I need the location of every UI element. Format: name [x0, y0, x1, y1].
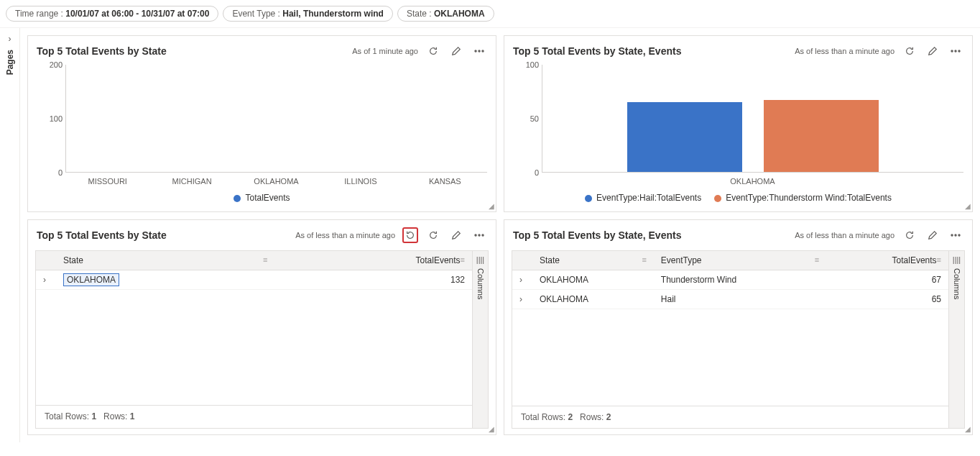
svg-point-10	[955, 234, 956, 236]
xlabel: MICHIGAN	[149, 173, 234, 186]
cell-eventtype[interactable]: Thunderstorm Wind	[654, 270, 826, 290]
panel-title: Top 5 Total Events by State, Events	[513, 229, 795, 241]
legend-swatch-icon	[714, 195, 721, 202]
col-expand	[36, 251, 56, 270]
svg-point-8	[482, 234, 484, 236]
column-menu-icon[interactable]: ≡	[263, 255, 267, 264]
resize-handle-icon[interactable]: ◢	[965, 202, 971, 210]
refresh-icon[interactable]	[902, 227, 917, 243]
svg-point-11	[958, 234, 960, 236]
more-icon[interactable]	[948, 227, 963, 243]
edit-icon[interactable]	[448, 227, 464, 243]
col-eventtype[interactable]: EventType≡	[654, 251, 826, 270]
svg-point-6	[475, 234, 476, 236]
pages-sidebar[interactable]: › Pages	[0, 28, 20, 442]
filter-state[interactable]: State : OKLAHOMA	[397, 6, 494, 22]
ytick: 50	[513, 114, 539, 123]
svg-point-3	[951, 50, 953, 52]
footer-label: Total Rows:	[45, 411, 89, 421]
column-menu-icon[interactable]: ≡	[461, 255, 465, 264]
col-label: State	[63, 255, 83, 265]
ytick: 100	[513, 60, 539, 69]
col-totalevents[interactable]: TotalEvents ≡	[274, 251, 472, 270]
svg-point-1	[479, 50, 480, 52]
cell-state[interactable]: OKLAHOMA	[56, 270, 274, 290]
chevron-right-icon[interactable]: ›	[9, 34, 11, 44]
more-icon[interactable]	[471, 43, 487, 59]
filter-label: State :	[407, 9, 434, 19]
data-table: State≡ TotalEvents ≡ ›OKLAHOMA132	[36, 251, 472, 290]
legend-swatch-icon	[234, 195, 241, 202]
column-menu-icon[interactable]: ≡	[642, 255, 646, 264]
cell-total[interactable]: 67	[826, 270, 948, 290]
undo-icon[interactable]	[402, 227, 418, 243]
asof-text: As of less than a minute ago	[295, 231, 395, 240]
filter-value: 10/01/07 at 06:00 - 10/31/07 at 07:00	[65, 9, 209, 19]
edit-icon[interactable]	[925, 227, 940, 243]
footer-value: 1	[130, 411, 135, 421]
column-menu-icon[interactable]: ≡	[937, 255, 941, 264]
col-totalevents[interactable]: TotalEvents ≡	[826, 251, 948, 270]
legend-swatch-icon	[585, 195, 592, 202]
edit-icon[interactable]	[925, 43, 940, 59]
more-icon[interactable]	[948, 43, 963, 59]
footer-value: 2	[568, 412, 573, 422]
cell-total[interactable]: 65	[826, 290, 948, 309]
ytick: 100	[37, 114, 63, 123]
columns-toggle[interactable]: |||| Columns	[948, 251, 964, 428]
bar[interactable]	[627, 102, 742, 172]
footer-label: Total Rows:	[521, 412, 565, 422]
cell-eventtype[interactable]: Hail	[654, 290, 826, 309]
cell-state[interactable]: OKLAHOMA	[532, 290, 654, 309]
panel-table-state-events: Top 5 Total Events by State, Events As o…	[504, 219, 973, 435]
pages-label: Pages	[5, 50, 15, 75]
filter-bar: Time range : 10/01/07 at 06:00 - 10/31/0…	[0, 0, 980, 28]
xlabel: OKLAHOMA	[234, 173, 318, 186]
expand-icon[interactable]: ›	[36, 270, 56, 290]
table-row[interactable]: ›OKLAHOMAHail65	[512, 290, 948, 309]
col-state[interactable]: State≡	[56, 251, 274, 270]
svg-point-0	[475, 50, 476, 52]
legend-label: EventType:Hail:TotalEvents	[596, 193, 701, 203]
filter-time-range[interactable]: Time range : 10/01/07 at 06:00 - 10/31/0…	[6, 6, 218, 22]
refresh-icon[interactable]	[425, 227, 441, 243]
footer-value: 1	[91, 411, 96, 421]
expand-icon[interactable]: ›	[512, 270, 532, 290]
footer-value: 2	[606, 412, 611, 422]
column-menu-icon[interactable]: ≡	[815, 255, 819, 264]
legend-label: EventType:Thunderstorm Wind:TotalEvents	[726, 193, 892, 203]
footer-label: Rows:	[103, 411, 127, 421]
columns-toggle[interactable]: |||| Columns	[472, 251, 488, 428]
panel-title: Top 5 Total Events by State, Events	[513, 45, 795, 57]
cell-state[interactable]: OKLAHOMA	[532, 270, 654, 290]
resize-handle-icon[interactable]: ◢	[965, 425, 971, 433]
chart-area: 0 50 100 OKLAHOMA EventType:Hail:TotalEv…	[504, 62, 972, 211]
ytick: 0	[513, 168, 539, 177]
col-label: TotalEvents	[892, 255, 937, 265]
xlabel: ILLINOIS	[318, 173, 402, 186]
resize-handle-icon[interactable]: ◢	[489, 425, 494, 433]
expand-icon[interactable]: ›	[512, 290, 532, 309]
table-row[interactable]: ›OKLAHOMA132	[36, 270, 472, 290]
col-label: TotalEvents	[416, 255, 461, 265]
refresh-icon[interactable]	[902, 43, 917, 59]
legend-item: EventType:Thunderstorm Wind:TotalEvents	[714, 193, 892, 203]
resize-handle-icon[interactable]: ◢	[489, 202, 494, 210]
filter-value: OKLAHOMA	[434, 9, 485, 19]
cell-total[interactable]: 132	[274, 270, 472, 290]
xlabel: OKLAHOMA	[542, 173, 963, 186]
col-state[interactable]: State≡	[532, 251, 654, 270]
more-icon[interactable]	[471, 227, 487, 243]
edit-icon[interactable]	[448, 43, 464, 59]
panel-title: Top 5 Total Events by State	[37, 45, 352, 57]
xlabel: KANSAS	[403, 173, 487, 186]
columns-label: Columns	[476, 268, 485, 299]
asof-text: As of 1 minute ago	[352, 47, 418, 55]
bar[interactable]	[764, 100, 879, 172]
legend-label: TotalEvents	[245, 193, 290, 203]
refresh-icon[interactable]	[425, 43, 441, 59]
columns-label: Columns	[953, 268, 961, 299]
panel-table-states: Top 5 Total Events by State As of less t…	[27, 219, 496, 435]
filter-event-type[interactable]: Event Type : Hail, Thunderstorm wind	[223, 6, 393, 22]
table-row[interactable]: ›OKLAHOMAThunderstorm Wind67	[512, 270, 948, 290]
